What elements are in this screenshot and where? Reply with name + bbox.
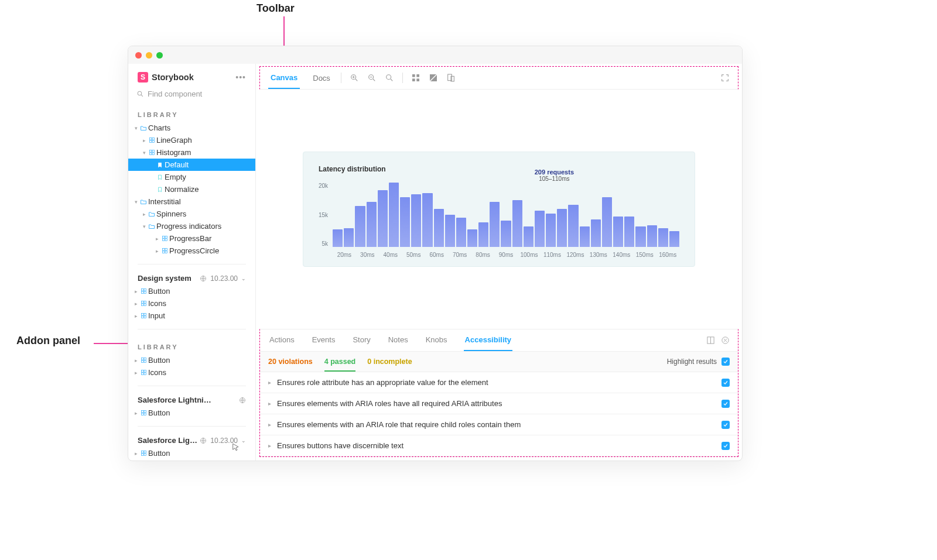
tree-comp-icons[interactable]: ▸Icons (128, 297, 255, 310)
bookmark-icon (155, 174, 165, 180)
panel-orientation-icon[interactable] (706, 336, 715, 345)
a11y-result-checkbox[interactable] (721, 400, 730, 408)
component-icon (139, 357, 148, 363)
group-slds[interactable]: Salesforce Lightning Design S… (128, 393, 255, 407)
folder-icon (139, 125, 148, 132)
tab-canvas[interactable]: Canvas (268, 67, 300, 89)
chevron-down-icon: ⌄ (241, 276, 246, 281)
divider (138, 329, 246, 329)
svg-rect-63 (416, 74, 419, 77)
close-panel-icon[interactable] (721, 336, 730, 345)
svg-rect-10 (149, 150, 152, 152)
fullscreen-icon[interactable] (720, 73, 730, 83)
tree-folder-progress[interactable]: ▾ Progress indicators (128, 220, 255, 232)
a11y-result-text: Ensures role attribute has an appropriat… (277, 378, 488, 387)
svg-rect-8 (149, 140, 152, 143)
svg-rect-12 (149, 153, 152, 155)
globe-icon (200, 275, 207, 282)
tab-docs[interactable]: Docs (310, 68, 333, 88)
svg-rect-65 (416, 78, 419, 81)
summary-violations[interactable]: 20 violations (268, 358, 313, 366)
chart-bar (647, 225, 657, 248)
tree-comp-linegraph[interactable]: ▸ LineGraph (128, 134, 255, 146)
tree-comp-button[interactable]: ▸Button (128, 285, 255, 297)
folder-icon (147, 211, 156, 218)
addon-tab-story[interactable]: Story (351, 329, 371, 351)
a11y-result-row[interactable]: ▸Ensures role attribute has an appropria… (260, 372, 738, 393)
summary-incomplete[interactable]: 0 incomplete (367, 358, 412, 366)
chart-bar (333, 229, 343, 247)
chart-bar (591, 219, 601, 248)
a11y-result-checkbox[interactable] (721, 442, 730, 450)
tree-story-normalize[interactable]: Normalize (128, 183, 255, 195)
callout-count: 209 requests (535, 169, 574, 176)
tree-comp-icons[interactable]: ▸Icons (128, 366, 255, 379)
addon-tab-knobs[interactable]: Knobs (425, 329, 449, 351)
svg-rect-39 (141, 370, 143, 372)
x-tick: 20ms (333, 252, 355, 258)
summary-passed[interactable]: 4 passed (324, 358, 356, 372)
svg-rect-29 (141, 304, 143, 306)
tree-comp-input[interactable]: ▸Input (128, 310, 255, 322)
chart-bar (344, 228, 354, 248)
svg-rect-14 (162, 236, 165, 238)
tree-folder-charts[interactable]: ▾ Charts (128, 122, 255, 134)
addon-tab-actions[interactable]: Actions (268, 329, 296, 351)
svg-rect-47 (143, 413, 146, 415)
grid-icon[interactable] (411, 73, 420, 83)
a11y-result-row[interactable]: ▸Ensures elements with ARIA roles have a… (260, 393, 738, 414)
svg-rect-27 (141, 301, 143, 303)
chart-bar (624, 217, 634, 248)
tree-comp-button[interactable]: ▸Button (128, 407, 255, 419)
a11y-result-checkbox[interactable] (721, 421, 730, 429)
tree-label: Icons (148, 299, 166, 308)
toolbar: Canvas Docs (259, 66, 738, 90)
background-icon[interactable] (429, 73, 438, 83)
a11y-result-checkbox[interactable] (721, 379, 730, 387)
tree-story-default[interactable]: Default (128, 159, 255, 171)
zoom-out-icon[interactable] (367, 73, 377, 83)
a11y-result-row[interactable]: ▸Ensures elements with an ARIA role that… (260, 414, 738, 435)
x-tick: 110ms (541, 252, 563, 258)
tree-comp-progresscircle[interactable]: ▸ ProgressCircle (128, 245, 255, 257)
y-tick: 15k (319, 212, 328, 218)
tree-folder-interstitial[interactable]: ▾ Interstitial (128, 195, 255, 208)
tree-folder-spinners[interactable]: ▸ Spinners (128, 208, 255, 220)
traffic-light-close[interactable] (135, 52, 142, 59)
tree-label: Icons (148, 368, 166, 377)
svg-line-54 (355, 79, 357, 81)
annotation-addon-label: Addon panel (16, 335, 80, 347)
tree-comp-button[interactable]: ▸Button (128, 354, 255, 366)
group-design-system[interactable]: Design system 10.23.00 ⌄ (128, 272, 255, 285)
group-name: Salesforce Lightning Design S… (138, 396, 214, 404)
x-tick: 40ms (379, 252, 402, 258)
search-input[interactable]: Find component (136, 90, 247, 98)
highlight-results-checkbox[interactable] (721, 358, 730, 366)
chart-bar (434, 209, 444, 247)
a11y-result-row[interactable]: ▸Ensures buttons have discernible text (260, 435, 738, 456)
traffic-light-min[interactable] (146, 52, 152, 59)
addon-tab-events[interactable]: Events (311, 329, 337, 351)
chart-bar (478, 222, 488, 248)
chevron-down-icon: ▾ (133, 199, 139, 205)
svg-line-58 (373, 79, 375, 81)
svg-rect-31 (141, 313, 143, 315)
tree-label: Button (148, 408, 170, 417)
chart-plot: 209 requests 105–110ms 20ms30ms40ms50ms6… (333, 180, 679, 258)
sidebar-menu-button[interactable]: ••• (235, 73, 246, 82)
x-tick: 50ms (402, 252, 425, 258)
x-tick: 70ms (448, 252, 471, 258)
chevron-right-icon: ▸ (268, 379, 271, 386)
addon-tab-accessibility[interactable]: Accessibility (464, 329, 513, 351)
chevron-right-icon: ▸ (133, 410, 139, 416)
traffic-light-max[interactable] (156, 52, 163, 59)
svg-rect-46 (141, 413, 143, 415)
tree-story-empty[interactable]: Empty (128, 171, 255, 183)
tree-comp-histogram[interactable]: ▾ Histogram (128, 146, 255, 159)
viewport-icon[interactable] (446, 73, 456, 83)
tree-comp-progressbar[interactable]: ▸ ProgressBar (128, 232, 255, 245)
zoom-reset-icon[interactable] (385, 73, 394, 83)
histogram-card: Latency distribution 20k15k5k 209 reques… (303, 152, 695, 267)
addon-tab-notes[interactable]: Notes (387, 329, 409, 351)
zoom-in-icon[interactable] (350, 73, 359, 83)
